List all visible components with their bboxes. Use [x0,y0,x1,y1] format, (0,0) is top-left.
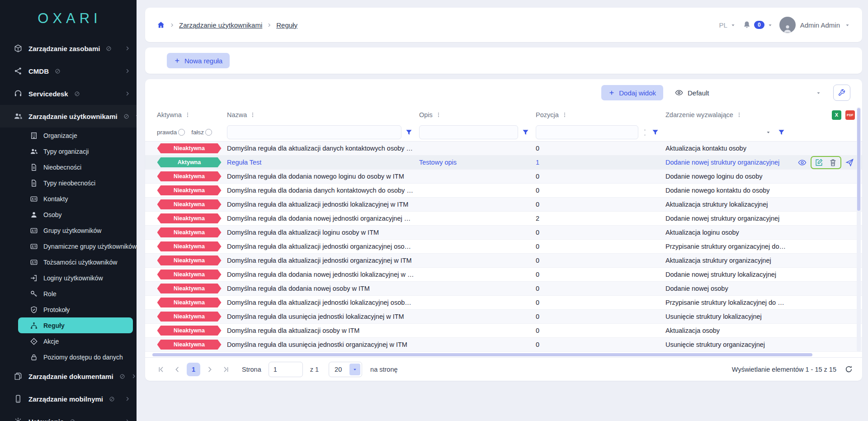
sidebar-subitem-dynamiczne-grupy-uzytkownikow[interactable]: Dynamiczne grupy użytkowników [18,238,133,254]
position-cell: 0 [536,229,665,236]
last-page-button[interactable] [219,363,233,376]
export-buttons: X PDF [792,110,855,120]
breadcrumb-link-user-management[interactable]: Zarządzanie użytkownikami [179,21,262,29]
table-row[interactable]: Nieaktywna Domyślna reguła dla dodania d… [145,184,862,198]
sidebar-subitem-typy-organizacji[interactable]: Typy organizacji [18,143,133,159]
sidebar-subitem-grupy-uzytkownikow[interactable]: Grupy użytkowników [18,222,133,238]
sidebar-subitem-protokoly[interactable]: Protokoły [18,302,133,317]
funnel-filter-icon[interactable] [405,128,413,136]
sidebar-item-ustawienia[interactable]: Ustawienia [0,410,137,421]
column-menu-icon[interactable] [435,112,442,118]
sidebar-subitem-loginy-uzytkownikow[interactable]: Loginy użytkowników [18,270,133,286]
breadcrumb: Zarządzanie użytkownikami Reguły [157,21,297,29]
sidebar-subitem-label: Typy nieobecności [43,180,95,187]
event-filter-select[interactable] [665,125,774,139]
send-icon[interactable] [845,158,854,167]
language-selector[interactable]: PL [719,21,736,29]
column-label: Pozycja [536,111,559,118]
chevron-right-icon [125,46,130,51]
event-filter-cell [665,125,792,139]
sidebar-subitem-role[interactable]: Role [18,286,133,302]
column-header-pozycja: Pozycja [536,111,665,118]
table-row[interactable]: Nieaktywna Domyślna reguła dla dodania n… [145,268,862,282]
settings-wrench-button[interactable] [833,85,850,101]
current-page-button[interactable]: 1 [187,363,200,376]
breadcrumb-link-rules[interactable]: Reguły [276,21,297,29]
funnel-filter-icon[interactable] [651,128,659,136]
name-filter-input[interactable] [227,125,401,139]
sidebar-subitem-organizacje[interactable]: Organizacje [18,128,133,143]
table-header-row: Aktywna Nazwa Opis Pozycja Zdarzenie wyz… [145,106,862,123]
funnel-filter-icon[interactable] [522,128,529,136]
sidebar-item-zarzadzanie-mobilnymi[interactable]: Zarządzanie mobilnymi [0,388,137,410]
notifications-button[interactable]: 0 [742,20,773,29]
page-size-select[interactable]: 20 [329,362,362,377]
position-cell: 2 [536,215,665,222]
next-page-button[interactable] [203,363,217,376]
sidebar-subitem-osoby[interactable]: Osoby [18,207,133,222]
next-page-icon [206,366,213,373]
table-row[interactable]: Nieaktywna Domyślna reguła dla dodania n… [145,282,862,296]
funnel-filter-icon[interactable] [778,128,785,136]
table-row[interactable]: Nieaktywna Domyślna reguła dla dodania n… [145,212,862,226]
position-stepper[interactable] [642,128,648,137]
sidebar-item-zarzadzanie-dokumentami[interactable]: Zarządzanie dokumentami [0,365,137,388]
edit-icon[interactable] [815,158,823,167]
table-row[interactable]: Aktywna Reguła Test Testowy opis 1 Dodan… [145,156,862,170]
sidebar-subitem-tozsamosci-uzytkownikow[interactable]: Tożsamości użytkowników [18,254,133,270]
current-view-label: Default [688,89,811,97]
column-menu-icon[interactable] [250,112,256,118]
position-cell: 0 [536,145,665,152]
sidebar-subitem-kontakty[interactable]: Kontakty [18,191,133,207]
column-menu-icon[interactable] [736,112,742,118]
sidebar-subitem-nieobecnosci[interactable]: Nieobecności [18,159,133,175]
table-row[interactable]: Nieaktywna Domyślna reguła dla aktualiza… [145,240,862,254]
sidebar-subitem-reguly[interactable]: Reguły [18,317,133,333]
first-page-button[interactable] [154,363,168,376]
status-cell: Nieaktywna [157,270,227,279]
table-row[interactable]: Nieaktywna Domyślna reguła dla usunięcia… [145,338,862,352]
event-cell: Dodanie nowego kontaktu do osoby [665,187,792,194]
new-rule-button[interactable]: Nowa reguła [167,53,230,68]
preview-eye-icon[interactable] [798,158,807,167]
home-link[interactable] [157,21,165,29]
refresh-icon[interactable] [844,365,853,374]
sidebar-subitem-poziomy-dostepu-do-danych[interactable]: Poziomy dostępu do danych [18,349,133,365]
delete-icon[interactable] [829,158,837,167]
table-row[interactable]: Nieaktywna Domyślna reguła dla dodania n… [145,170,862,184]
previous-page-button[interactable] [170,363,184,376]
description-filter-input[interactable] [419,125,518,139]
export-pdf-icon[interactable]: PDF [845,110,855,120]
table-row[interactable]: Nieaktywna Domyślna reguła dla usunięcia… [145,310,862,324]
sidebar: OXARI Zarządzanie zasobami CMDB Serviced… [0,0,137,421]
table-row[interactable]: Nieaktywna Domyślna reguła dla aktualiza… [145,296,862,310]
column-menu-icon[interactable] [184,112,191,118]
vertical-scrollbar-thumb[interactable] [857,108,860,211]
add-view-button[interactable]: Dodaj widok [601,85,663,100]
position-cell: 0 [536,187,665,194]
sidebar-item-servicedesk[interactable]: Servicedesk [0,82,137,105]
vertical-scrollbar [857,107,861,352]
notification-count-badge: 0 [754,21,764,29]
sidebar-subitem-akcje[interactable]: Akcje [18,333,133,349]
user-menu[interactable]: Admin Admin [779,17,850,33]
table-row[interactable]: Nieaktywna Domyślna reguła dla aktualiza… [145,324,862,338]
column-menu-icon[interactable] [561,112,568,118]
name-cell[interactable]: Reguła Test [227,159,419,166]
sidebar-subitem-typy-nieobecnosci[interactable]: Typy nieobecności [18,175,133,191]
horizontal-scrollbar-thumb[interactable] [152,353,812,356]
page-number-input[interactable] [269,362,303,377]
status-filter-true-radio[interactable]: prawda [157,129,185,136]
sidebar-item-zarzadzanie-zasobami[interactable]: Zarządzanie zasobami [0,37,137,60]
status-filter-false-radio[interactable]: fałsz [191,129,212,136]
export-excel-icon[interactable]: X [832,110,841,120]
sidebar-item-cmdb[interactable]: CMDB [0,60,137,82]
table-row[interactable]: Nieaktywna Domyślna reguła dla aktualiza… [145,226,862,240]
position-filter-input[interactable] [536,125,638,139]
table-row[interactable]: Nieaktywna Domyślna reguła dla aktualiza… [145,142,862,156]
view-selector[interactable]: Default [670,85,826,101]
mobile-icon [14,394,23,403]
table-row[interactable]: Nieaktywna Domyślna reguła dla aktualiza… [145,254,862,268]
table-row[interactable]: Nieaktywna Domyślna reguła dla aktualiza… [145,198,862,212]
sidebar-item-zarzadzanie-uzytkownikami[interactable]: Zarządzanie użytkownikami [0,105,137,128]
